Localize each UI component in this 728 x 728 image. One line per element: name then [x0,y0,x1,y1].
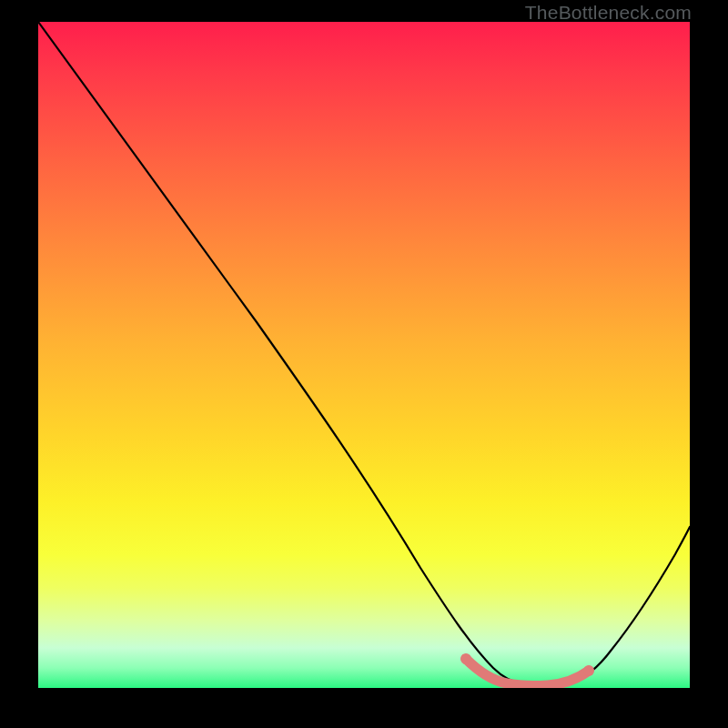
chart-frame: TheBottleneck.com [0,0,728,728]
chart-plot-area [38,22,690,688]
optimal-range-start-dot [460,653,471,664]
chart-svg [38,22,690,688]
optimal-range-highlight [466,659,589,686]
optimal-range-end-dot [583,665,594,676]
bottleneck-curve [38,22,690,685]
watermark-text: TheBottleneck.com [525,2,692,24]
